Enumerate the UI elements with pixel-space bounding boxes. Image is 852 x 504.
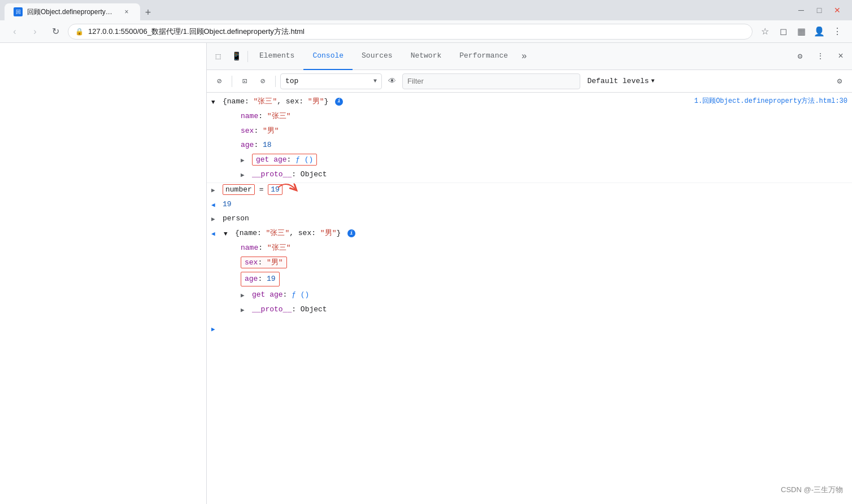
devtools-header-right: ⚙ ⋮ × — [791, 47, 850, 66]
console-entry-19: ◀ 19 — [207, 198, 852, 212]
default-levels-dropdown[interactable]: Default levels ▼ — [583, 77, 659, 85]
entry-sex-prop: sex: "男" — [207, 124, 852, 139]
filter-input[interactable] — [402, 73, 580, 89]
console-entry-object1: ▼ {name: "张三", sex: "男"} i 1.回顾Object.de… — [207, 95, 852, 110]
refresh-button[interactable]: ↻ — [47, 24, 63, 40]
lock-icon: 🔒 — [75, 28, 84, 36]
menu-icon[interactable]: ⋮ — [829, 24, 845, 40]
entry-sub-arrow-5[interactable]: ▼ — [224, 229, 232, 240]
dropdown-arrow: ▼ — [373, 78, 377, 84]
close-window-button[interactable]: ✕ — [832, 5, 843, 16]
profile-avatar[interactable]: 👤 — [811, 24, 827, 40]
number-value-circled: 19 — [268, 184, 282, 196]
back-button[interactable]: ‹ — [7, 24, 23, 40]
toolbar-separator-2 — [275, 76, 276, 87]
entry-source-link-1[interactable]: 1.回顾Object.defineproperty方法.html:30 — [685, 96, 847, 107]
new-tab-button[interactable]: + — [140, 5, 156, 20]
entry-arrow-3[interactable]: ◀ — [211, 201, 219, 211]
console-entry-number: ▶ number = 19 — [207, 183, 852, 198]
prompt-arrow: ▶ — [211, 325, 219, 335]
entry-arrow-1[interactable]: ▼ — [211, 98, 219, 108]
get-age2-arrow[interactable]: ▶ — [241, 291, 249, 301]
context-selector[interactable]: top ▼ — [280, 73, 382, 89]
entry-arrow-5[interactable]: ◀ — [211, 229, 219, 240]
entry-age2-prop: age: 19 — [207, 271, 852, 289]
console-expand-button[interactable]: ⊡ — [237, 73, 253, 89]
toolbar-icons: ☆ ◻ ▦ 👤 ⋮ — [757, 24, 845, 40]
console-prompt: ▶ — [207, 322, 852, 337]
main-content: ⬚ 📱 Elements Console Sources Network Per… — [0, 43, 852, 504]
console-clear-button[interactable]: ⊘ — [211, 73, 227, 89]
number-label-box: number — [223, 184, 255, 195]
devtools-more-button[interactable]: ⋮ — [811, 47, 829, 66]
tab-performance[interactable]: Performance — [450, 43, 517, 70]
eye-button[interactable]: 👁 — [384, 73, 400, 89]
entry-arrow-4[interactable]: ▶ — [211, 215, 219, 225]
tab-separator-1 — [247, 51, 248, 62]
bookmark-icon[interactable]: ☆ — [757, 24, 773, 40]
entry-name2-prop: name: "张三" — [207, 241, 852, 256]
window-controls: ─ □ ✕ — [796, 5, 847, 16]
default-levels-arrow: ▼ — [651, 78, 655, 84]
inspect-element-button[interactable]: ⬚ — [209, 47, 227, 66]
console-entry-object2: ◀ ▼ {name: "张三", sex: "男"} i — [207, 227, 852, 241]
console-block-button[interactable]: ⊘ — [255, 73, 271, 89]
tab-console[interactable]: Console — [303, 43, 353, 70]
entry-get-age-prop: ▶ get age: ƒ () — [207, 153, 852, 168]
console-toolbar: ⊘ ⊡ ⊘ top ▼ 👁 Default levels ▼ ⚙ — [207, 70, 852, 93]
watermark: CSDN @-三生万物 — [781, 485, 843, 495]
device-toolbar-button[interactable]: 📱 — [227, 47, 245, 66]
more-tabs-button[interactable]: » — [517, 51, 532, 62]
close-tab-button[interactable]: × — [122, 7, 131, 16]
extension-icon[interactable]: ▦ — [793, 24, 809, 40]
devtools-settings-button[interactable]: ⚙ — [791, 47, 809, 66]
entry-arrow-2[interactable]: ▶ — [211, 186, 219, 196]
entry-proto2-prop: ▶ __proto__: Object — [207, 303, 852, 318]
devtools-panel: ⬚ 📱 Elements Console Sources Network Per… — [206, 43, 852, 504]
proto-arrow[interactable]: ▶ — [241, 171, 249, 181]
devtools-close-button[interactable]: × — [832, 47, 850, 66]
entry-proto-prop: ▶ __proto__: Object — [207, 168, 852, 183]
age-highlighted-box: age: 19 — [241, 272, 280, 287]
console-settings-button[interactable]: ⚙ — [832, 73, 847, 89]
entry-get-age2-prop: ▶ get age: ƒ () — [207, 288, 852, 303]
tab-bar: 回 回顾Object.defineproperty方法 × + — [5, 0, 156, 20]
entry-age-prop: age: 18 — [207, 138, 852, 153]
address-bar[interactable]: 🔒 127.0.0.1:5500/06_数据代理/1.回顾Object.defi… — [68, 24, 753, 40]
tab-sources[interactable]: Sources — [353, 43, 402, 70]
entry-name-prop: name: "张三" — [207, 110, 852, 124]
tab-network[interactable]: Network — [402, 43, 451, 70]
maximize-button[interactable]: □ — [814, 5, 825, 16]
page-area — [0, 43, 206, 504]
entry-sex2-prop: sex: "男" — [207, 256, 852, 271]
title-bar: 回 回顾Object.defineproperty方法 × + ─ □ ✕ — [0, 0, 852, 20]
url-text: 127.0.0.1:5500/06_数据代理/1.回顾Object.define… — [88, 27, 305, 37]
proto2-arrow[interactable]: ▶ — [241, 306, 249, 316]
entry-content-1: {name: "张三", sex: "男"} i — [223, 96, 685, 108]
address-bar-row: ‹ › ↻ 🔒 127.0.0.1:5500/06_数据代理/1.回顾Objec… — [0, 20, 852, 43]
tab-elements[interactable]: Elements — [250, 43, 303, 70]
minimize-button[interactable]: ─ — [796, 5, 807, 16]
toolbar-separator-1 — [232, 76, 232, 87]
entry-content-5: {name: "张三", sex: "男"} i — [235, 228, 847, 240]
active-tab[interactable]: 回 回顾Object.defineproperty方法 × — [5, 3, 140, 20]
info-icon-1[interactable]: i — [335, 98, 343, 106]
console-entry-person: ▶ person — [207, 212, 852, 227]
info-icon-2[interactable]: i — [347, 229, 355, 237]
chrome-window: 回 回顾Object.defineproperty方法 × + ─ □ ✕ ‹ … — [0, 0, 852, 504]
get-age-arrow[interactable]: ▶ — [241, 156, 249, 166]
console-output: ▼ {name: "张三", sex: "男"} i 1.回顾Object.de… — [207, 93, 852, 504]
tab-favicon: 回 — [14, 7, 23, 16]
forward-button[interactable]: › — [27, 24, 43, 40]
profile-icon[interactable]: ◻ — [775, 24, 791, 40]
devtools-header: ⬚ 📱 Elements Console Sources Network Per… — [207, 43, 852, 70]
tab-title: 回顾Object.defineproperty方法 — [27, 7, 118, 17]
